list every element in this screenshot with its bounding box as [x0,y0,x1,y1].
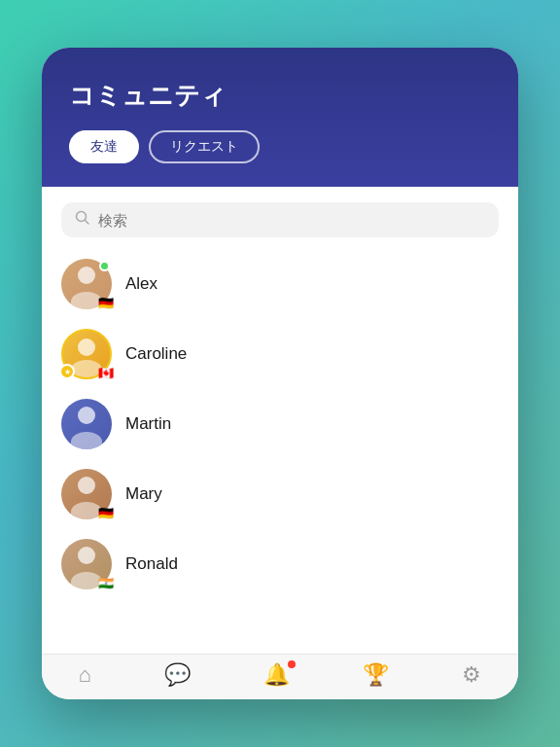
list-item[interactable]: 🇨🇦 ★ Caroline [42,319,518,389]
device-container: コミュニティ 友達 リクエスト [42,48,518,699]
avatar-wrapper-mary: 🇩🇪 [61,469,112,519]
settings-icon: ⚙ [462,664,481,686]
nav-item-home[interactable]: ⌂ [79,664,91,686]
user-name-alex: Alex [125,274,158,294]
nav-item-chat[interactable]: 💬 [164,664,191,686]
list-item[interactable]: 🇩🇪 Mary [42,459,518,529]
avatar-wrapper-alex: 🇩🇪 [61,259,112,309]
nav-item-notification[interactable]: 🔔 [263,664,290,686]
home-icon: ⌂ [79,664,91,686]
person-icon-martin [61,399,112,449]
user-name-ronald: Ronald [125,554,178,574]
tab-friends[interactable]: 友達 [69,130,139,163]
online-indicator-alex [99,261,110,271]
avatar-wrapper-martin [61,399,112,449]
search-input[interactable] [98,212,485,229]
notification-icon: 🔔 [263,664,290,686]
trophy-icon: 🏆 [363,664,389,686]
list-item[interactable]: 🇮🇳 Ronald [42,529,518,599]
flag-badge-ronald: 🇮🇳 [98,577,114,589]
notification-badge [288,660,296,668]
avatar-wrapper-caroline: 🇨🇦 ★ [61,329,112,379]
chat-icon: 💬 [164,664,191,686]
bottom-nav: ⌂ 💬 🔔 🏆 ⚙ [42,654,518,699]
search-container [42,202,518,249]
avatar-wrapper-ronald: 🇮🇳 [61,539,112,589]
flag-badge-mary: 🇩🇪 [98,507,114,519]
user-name-martin: Martin [125,414,171,434]
nav-item-trophy[interactable]: 🏆 [363,664,389,686]
flag-badge-alex: 🇩🇪 [98,297,114,309]
nav-item-settings[interactable]: ⚙ [462,664,481,686]
search-box [61,202,499,237]
tab-requests[interactable]: リクエスト [149,130,260,163]
star-badge-caroline: ★ [59,364,75,379]
user-name-caroline: Caroline [125,344,187,364]
list-item[interactable]: 🇩🇪 Alex [42,249,518,319]
avatar-martin [61,399,112,449]
svg-line-1 [86,221,89,225]
list-item[interactable]: Martin [42,389,518,459]
user-list: 🇩🇪 Alex 🇨🇦 ★ Caroline [42,249,518,599]
user-name-mary: Mary [125,484,162,504]
header: コミュニティ 友達 リクエスト [42,48,518,187]
tab-bar: 友達 リクエスト [69,130,491,163]
flag-badge-caroline: 🇨🇦 [98,367,114,379]
content-area: 🇩🇪 Alex 🇨🇦 ★ Caroline [42,187,518,654]
search-icon [75,210,90,230]
page-title: コミュニティ [69,79,491,113]
